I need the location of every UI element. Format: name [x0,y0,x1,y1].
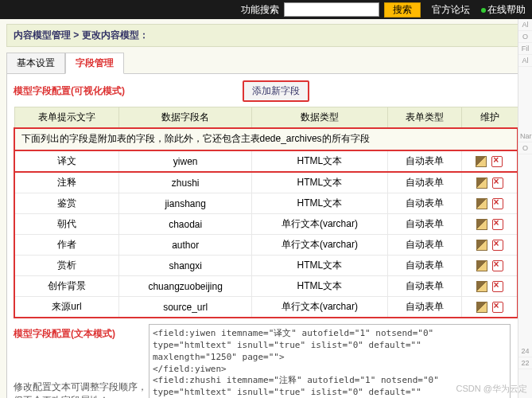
delete-icon[interactable] [492,219,503,230]
cell-field: chaodai [119,214,252,235]
delete-icon[interactable] [491,156,503,167]
cell-form: 自动表单 [387,193,461,214]
crumb-b: 更改内容模型： [82,29,149,41]
text-mode-title: 模型字段配置(文本模式) [14,327,149,341]
delete-icon[interactable] [492,281,503,292]
table-note: 下面列出的字段是附加表的字段，除此外，它还包含主表dede_archives的所… [14,128,518,151]
table-row: 鉴赏jianshangHTML文本自动表单 [14,193,518,214]
cell-field: jianshang [119,193,252,214]
watermark: CSDN @华为云定 [456,383,527,395]
search-button[interactable]: 搜索 [384,2,421,18]
add-field-button[interactable]: 添加新字段 [243,80,309,102]
cell-prompt: 创作背景 [14,276,119,297]
delete-icon[interactable] [492,178,503,189]
edit-icon[interactable] [476,178,487,189]
cell-type: HTML文本 [251,276,387,297]
table-row: 译文yiwenHTML文本自动表单 [14,150,518,172]
cell-type: HTML文本 [251,256,387,276]
cell-type: HTML文本 [251,172,387,193]
cell-ops [461,150,518,172]
delete-icon[interactable] [492,198,503,209]
crumb-a[interactable]: 内容模型管理 [14,29,71,41]
tab-basic[interactable]: 基本设置 [6,53,65,74]
delete-icon[interactable] [492,260,503,271]
cell-prompt: 译文 [14,150,119,172]
delete-icon[interactable] [492,302,503,313]
help-link[interactable]: 在线帮助 [481,3,526,17]
cell-field: author [119,235,252,256]
th-prompt: 表单提示文字 [14,107,119,128]
th-ops: 维护 [461,107,518,128]
table-row: 赏析shangxiHTML文本自动表单 [14,256,518,276]
edit-icon[interactable] [476,240,487,251]
cell-ops [461,256,518,276]
top-bar: 功能搜索 搜索 官方论坛 在线帮助 [0,0,532,19]
main-panel: 内容模型管理 > 更改内容模型： 基本设置 字段管理 模型字段配置(可视化模式)… [0,19,532,398]
cell-type: HTML文本 [251,193,387,214]
cell-form: 自动表单 [387,172,461,193]
cell-prompt: 注释 [14,172,119,193]
cell-field: shangxi [119,256,252,276]
cell-form: 自动表单 [387,214,461,235]
cell-form: 自动表单 [387,276,461,297]
field-panel: 模型字段配置(可视化模式) 添加新字段 表单提示文字 数据字段名 数据类型 表单… [6,73,526,398]
cell-ops [461,172,518,193]
cell-ops [461,214,518,235]
cell-prompt: 赏析 [14,256,119,276]
cell-type: 单行文本(varchar) [251,235,387,256]
cell-prompt: 来源url [14,297,119,318]
cell-prompt: 作者 [14,235,119,256]
edit-icon[interactable] [476,156,487,167]
online-dot-icon [481,8,486,13]
th-fieldname: 数据字段名 [119,107,252,128]
cell-type: 单行文本(varchar) [251,214,387,235]
search-input[interactable] [284,2,379,17]
text-mode-section: 模型字段配置(文本模式) 修改配置文本可调整字段顺序，但不会更改字段属性！ [14,324,518,398]
cell-prompt: 朝代 [14,214,119,235]
edit-icon[interactable] [476,219,487,230]
table-row: 朝代chaodai单行文本(varchar)自动表单 [14,214,518,235]
edit-icon[interactable] [476,260,487,271]
cell-field: yiwen [119,150,252,172]
cell-ops [461,235,518,256]
cell-type: HTML文本 [251,150,387,172]
cell-ops [461,193,518,214]
right-sidebar: Al O Fil Al Nar O 24 22 [518,19,532,398]
cell-form: 自动表单 [387,297,461,318]
th-formtype: 表单类型 [387,107,461,128]
cell-field: zhushi [119,172,252,193]
cell-ops [461,297,518,318]
forum-link[interactable]: 官方论坛 [432,3,470,17]
cell-form: 自动表单 [387,256,461,276]
edit-icon[interactable] [476,198,487,209]
table-row: 创作背景chuangzuobeijingHTML文本自动表单 [14,276,518,297]
breadcrumb: 内容模型管理 > 更改内容模型： [6,24,526,47]
edit-icon[interactable] [476,302,487,313]
func-search-label: 功能搜索 [241,3,279,17]
text-mode-desc: 修改配置文本可调整字段顺序，但不会更改字段属性！ [14,380,149,398]
tab-fields[interactable]: 字段管理 [65,53,124,74]
cell-field: chuangzuobeijing [119,276,252,297]
cell-prompt: 鉴赏 [14,193,119,214]
field-table: 表单提示文字 数据字段名 数据类型 表单类型 维护 下面列出的字段是附加表的字段… [14,107,518,318]
edit-icon[interactable] [476,281,487,292]
cell-field: source_url [119,297,252,318]
table-row: 注释zhushiHTML文本自动表单 [14,172,518,193]
tabs: 基本设置 字段管理 [6,52,526,73]
delete-icon[interactable] [492,240,503,251]
cell-form: 自动表单 [387,150,461,172]
th-datatype: 数据类型 [251,107,387,128]
cell-type: 单行文本(varchar) [251,297,387,318]
cell-form: 自动表单 [387,235,461,256]
table-row: 来源urlsource_url单行文本(varchar)自动表单 [14,297,518,318]
cell-ops [461,276,518,297]
table-row: 作者author单行文本(varchar)自动表单 [14,235,518,256]
visual-mode-title: 模型字段配置(可视化模式) [14,84,125,98]
